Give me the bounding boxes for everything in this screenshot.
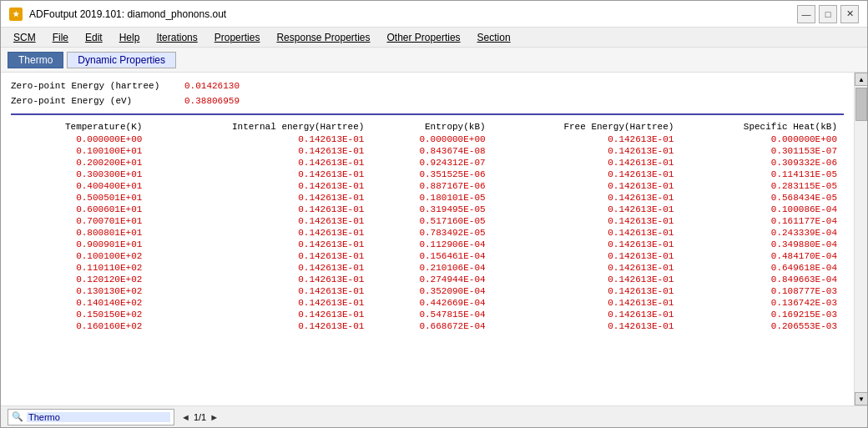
close-button[interactable]: ✕ <box>840 5 859 23</box>
title-bar: ★ ADFoutput 2019.101: diamond_phonons.ou… <box>1 1 867 28</box>
cell-r6-c1: 0.142613E-01 <box>149 204 371 215</box>
cell-r0-c3: 0.142613E-01 <box>492 133 681 145</box>
cell-r3-c0: 0.300300E+01 <box>11 169 149 180</box>
cell-r12-c0: 0.120120E+02 <box>11 274 149 285</box>
toolbar: Thermo Dynamic Properties <box>1 48 867 73</box>
cell-r11-c3: 0.142613E-01 <box>492 262 681 274</box>
cell-r2-c0: 0.200200E+01 <box>11 157 149 169</box>
zero-ev-label: Zero-point Energy (eV) <box>11 94 178 109</box>
cell-r15-c3: 0.142613E-01 <box>492 309 681 320</box>
table-row: 0.100100E+010.142613E-010.843674E-080.14… <box>11 145 844 157</box>
title-bar-left: ★ ADFoutput 2019.101: diamond_phonons.ou… <box>9 8 226 21</box>
maximize-button[interactable]: □ <box>819 5 837 23</box>
vertical-scrollbar[interactable]: ▲ ▼ <box>854 73 867 405</box>
cell-r7-c3: 0.142613E-01 <box>492 215 681 227</box>
table-row: 0.800801E+010.142613E-010.783492E-050.14… <box>11 227 844 239</box>
table-row: 0.160160E+020.142613E-010.668672E-040.14… <box>11 320 844 332</box>
cell-r11-c1: 0.142613E-01 <box>149 262 371 274</box>
menu-file[interactable]: File <box>45 29 76 46</box>
cell-r5-c2: 0.180101E-05 <box>371 192 492 204</box>
search-input[interactable] <box>27 412 170 422</box>
prev-page-arrow[interactable]: ◄ <box>181 412 190 422</box>
cell-r12-c3: 0.142613E-01 <box>492 274 681 285</box>
zero-hartree-value: 0.01426130 <box>184 79 240 94</box>
cell-r1-c1: 0.142613E-01 <box>149 145 371 157</box>
next-page-arrow[interactable]: ► <box>209 412 219 422</box>
table-row: 0.120120E+020.142613E-010.274944E-040.14… <box>11 274 844 285</box>
menu-scm[interactable]: SCM <box>6 29 43 46</box>
cell-r15-c0: 0.150150E+02 <box>11 309 149 320</box>
thermo-table: Temperature(K) Internal energy(Hartree) … <box>11 120 844 332</box>
table-row: 0.200200E+010.142613E-010.924312E-070.14… <box>11 157 844 169</box>
cell-r10-c4: 0.484170E-04 <box>680 250 844 262</box>
menu-help[interactable]: Help <box>112 29 148 46</box>
zero-ev-row: Zero-point Energy (eV) 0.38806959 <box>11 94 844 109</box>
cell-r4-c3: 0.142613E-01 <box>492 180 681 192</box>
zero-hartree-row: Zero-point Energy (hartree) 0.01426130 <box>11 79 844 94</box>
col-free-energy: Free Energy(Hartree) <box>492 120 681 133</box>
cell-r5-c1: 0.142613E-01 <box>149 192 371 204</box>
window-title: ADFoutput 2019.101: diamond_phonons.out <box>29 8 226 20</box>
cell-r12-c1: 0.142613E-01 <box>149 274 371 285</box>
cell-r16-c3: 0.142613E-01 <box>492 320 681 332</box>
content-area: Zero-point Energy (hartree) 0.01426130 Z… <box>1 73 867 405</box>
cell-r4-c4: 0.283115E-05 <box>680 180 844 192</box>
cell-r8-c3: 0.142613E-01 <box>492 227 681 239</box>
table-row: 0.140140E+020.142613E-010.442669E-040.14… <box>11 297 844 309</box>
scroll-thumb[interactable] <box>855 88 867 121</box>
tab-dynamic-properties[interactable]: Dynamic Properties <box>67 52 176 68</box>
cell-r3-c4: 0.114131E-05 <box>680 169 844 180</box>
cell-r6-c4: 0.100086E-04 <box>680 204 844 215</box>
cell-r9-c0: 0.900901E+01 <box>11 239 149 250</box>
cell-r16-c0: 0.160160E+02 <box>11 320 149 332</box>
cell-r12-c4: 0.849663E-04 <box>680 274 844 285</box>
col-entropy: Entropy(kB) <box>371 120 492 133</box>
table-row: 0.900901E+010.142613E-010.112906E-040.14… <box>11 239 844 250</box>
minimize-button[interactable]: — <box>797 5 815 23</box>
cell-r6-c0: 0.600601E+01 <box>11 204 149 215</box>
cell-r7-c2: 0.517160E-05 <box>371 215 492 227</box>
table-row: 0.500501E+010.142613E-010.180101E-050.14… <box>11 192 844 204</box>
cell-r2-c1: 0.142613E-01 <box>149 157 371 169</box>
table-row: 0.110110E+020.142613E-010.210106E-040.14… <box>11 262 844 274</box>
cell-r5-c0: 0.500501E+01 <box>11 192 149 204</box>
table-row: 0.400400E+010.142613E-010.887167E-060.14… <box>11 180 844 192</box>
col-temperature: Temperature(K) <box>11 120 149 133</box>
cell-r8-c1: 0.142613E-01 <box>149 227 371 239</box>
cell-r10-c2: 0.156461E-04 <box>371 250 492 262</box>
cell-r8-c0: 0.800801E+01 <box>11 227 149 239</box>
menu-properties[interactable]: Properties <box>207 29 268 46</box>
cell-r10-c3: 0.142613E-01 <box>492 250 681 262</box>
cell-r14-c0: 0.140140E+02 <box>11 297 149 309</box>
cell-r16-c4: 0.206553E-03 <box>680 320 844 332</box>
menu-other-properties[interactable]: Other Properties <box>380 29 468 46</box>
table-row: 0.600601E+010.142613E-010.319495E-050.14… <box>11 204 844 215</box>
menu-section[interactable]: Section <box>470 29 518 46</box>
cell-r0-c0: 0.000000E+00 <box>11 133 149 145</box>
cell-r6-c2: 0.319495E-05 <box>371 204 492 215</box>
cell-r1-c4: 0.301153E-07 <box>680 145 844 157</box>
scroll-up-arrow[interactable]: ▲ <box>855 73 867 86</box>
cell-r14-c4: 0.136742E-03 <box>680 297 844 309</box>
scroll-track[interactable] <box>855 86 867 392</box>
cell-r9-c4: 0.349880E-04 <box>680 239 844 250</box>
main-content: Zero-point Energy (hartree) 0.01426130 Z… <box>1 73 854 405</box>
cell-r4-c2: 0.887167E-06 <box>371 180 492 192</box>
cell-r7-c4: 0.161177E-04 <box>680 215 844 227</box>
cell-r11-c0: 0.110110E+02 <box>11 262 149 274</box>
table-row: 0.000000E+000.142613E-010.000000E+000.14… <box>11 133 844 145</box>
menu-response-properties[interactable]: Response Properties <box>269 29 377 46</box>
scroll-down-arrow[interactable]: ▼ <box>855 392 867 405</box>
zero-hartree-label: Zero-point Energy (hartree) <box>11 79 178 94</box>
menu-iterations[interactable]: Iterations <box>149 29 204 46</box>
menu-edit[interactable]: Edit <box>78 29 110 46</box>
menu-bar: SCM File Edit Help Iterations Properties… <box>1 28 867 48</box>
cell-r13-c3: 0.142613E-01 <box>492 285 681 297</box>
tab-thermo[interactable]: Thermo <box>8 52 63 68</box>
cell-r11-c4: 0.649618E-04 <box>680 262 844 274</box>
cell-r3-c2: 0.351525E-06 <box>371 169 492 180</box>
cell-r1-c0: 0.100100E+01 <box>11 145 149 157</box>
cell-r8-c4: 0.243339E-04 <box>680 227 844 239</box>
window-controls: — □ ✕ <box>797 5 859 23</box>
zero-ev-value: 0.38806959 <box>184 94 240 109</box>
